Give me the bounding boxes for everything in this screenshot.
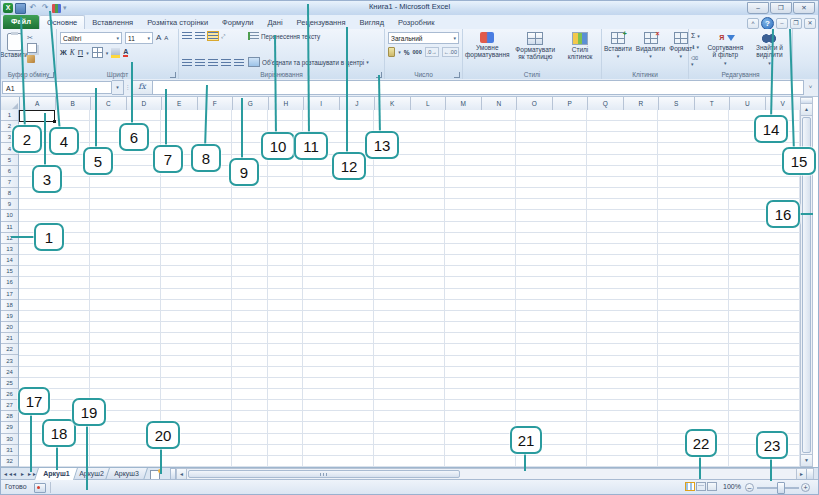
find-select-button[interactable]: Знайти й виділити ▾ — [749, 32, 790, 67]
align-top-icon[interactable] — [182, 32, 192, 40]
zoom-out-button[interactable]: – — [745, 483, 754, 492]
fill-color-icon[interactable] — [111, 48, 120, 58]
alignment-dialog-launcher[interactable] — [376, 72, 382, 78]
row-header-23[interactable]: 23 — [1, 355, 18, 366]
decrease-indent-icon[interactable] — [221, 59, 231, 67]
row-header-17[interactable]: 17 — [1, 289, 18, 300]
tab-розмітка сторінки[interactable]: Розмітка сторінки — [140, 16, 215, 29]
scroll-down-icon[interactable]: ▼ — [801, 454, 812, 466]
shrink-font-button[interactable]: A — [164, 33, 168, 43]
row-header-14[interactable]: 14 — [1, 255, 18, 266]
tab-вставлення[interactable]: Вставлення — [85, 16, 140, 29]
expand-formula-bar-icon[interactable]: ˅ — [804, 81, 817, 94]
cut-icon[interactable]: ✂ — [27, 34, 37, 41]
redo-icon[interactable]: ↷ — [40, 3, 50, 13]
qat-more-icon[interactable]: ▾ — [63, 3, 67, 13]
excel-logo-icon[interactable]: X — [3, 3, 13, 13]
row-header-24[interactable]: 24 — [1, 367, 18, 378]
row-header-21[interactable]: 21 — [1, 333, 18, 344]
column-header-F[interactable]: F — [198, 97, 234, 110]
column-header-K[interactable]: K — [375, 97, 411, 110]
row-header-5[interactable]: 5 — [1, 155, 18, 166]
restore-button[interactable]: ❐ — [770, 2, 792, 14]
row-header-20[interactable]: 20 — [1, 322, 18, 333]
scroll-right-icon[interactable]: ► — [796, 469, 806, 479]
name-box-resize-handle[interactable]: ⋮ — [124, 81, 131, 94]
row-header-22[interactable]: 22 — [1, 344, 18, 355]
merge-center-button[interactable]: Об'єднати та розташувати в центрі ▾ — [248, 57, 381, 67]
font-size-combo[interactable]: 11▾ — [125, 32, 153, 44]
font-dialog-launcher[interactable] — [170, 72, 176, 78]
sheet-tab-аркуш1[interactable]: Аркуш1 — [34, 468, 78, 480]
active-cell-a1[interactable] — [19, 110, 55, 122]
row-header-6[interactable]: 6 — [1, 166, 18, 177]
copy-icon[interactable] — [27, 43, 37, 53]
number-format-combo[interactable]: Загальний▾ — [388, 32, 459, 44]
formula-input[interactable] — [153, 80, 804, 95]
paste-button[interactable]: Вставити — [1, 31, 27, 68]
workbook-restore-icon[interactable]: ❐ — [790, 18, 802, 29]
borders-icon[interactable] — [92, 47, 103, 58]
percent-button[interactable]: % — [404, 49, 410, 56]
tab-file[interactable]: Файл — [3, 15, 39, 29]
tab-дані[interactable]: Дані — [261, 16, 290, 29]
tab-формули[interactable]: Формули — [215, 16, 260, 29]
scroll-left-icon[interactable]: ◄ — [177, 469, 187, 479]
column-header-N[interactable]: N — [482, 97, 518, 110]
row-header-15[interactable]: 15 — [1, 266, 18, 277]
column-header-C[interactable]: C — [91, 97, 127, 110]
column-header-S[interactable]: S — [659, 97, 695, 110]
autosum-button[interactable]: Σ ▾ — [691, 32, 702, 39]
undo-icon[interactable]: ↶ — [28, 3, 38, 13]
horizontal-split-handle[interactable] — [806, 469, 813, 479]
column-header-G[interactable]: G — [233, 97, 269, 110]
workbook-minimize-icon[interactable]: – — [776, 18, 788, 29]
number-dialog-launcher[interactable] — [454, 72, 460, 78]
zoom-slider-handle[interactable] — [777, 482, 785, 494]
column-header-V[interactable]: V — [766, 97, 802, 110]
insert-cells-button[interactable]: Вставити ▾ — [602, 31, 634, 68]
column-header-O[interactable]: O — [517, 97, 553, 110]
row-header-10[interactable]: 10 — [1, 210, 18, 221]
tab-основне[interactable]: Основне — [39, 15, 85, 29]
conditional-formatting-button[interactable]: Умовне форматування — [463, 31, 512, 68]
chart-icon[interactable] — [52, 4, 61, 13]
sort-filter-button[interactable]: Я Сортування й фільтр ▾ — [704, 32, 747, 67]
insert-function-button[interactable]: fx — [131, 80, 153, 95]
italic-button[interactable]: К — [70, 48, 75, 58]
zoom-in-button[interactable]: + — [801, 483, 810, 492]
align-middle-icon[interactable] — [195, 32, 205, 40]
increase-decimal-button[interactable]: .0→ — [425, 47, 439, 57]
font-family-combo[interactable]: Calibri▾ — [60, 32, 122, 44]
column-header-M[interactable]: M — [446, 97, 482, 110]
row-header-16[interactable]: 16 — [1, 277, 18, 288]
column-header-J[interactable]: J — [340, 97, 376, 110]
row-header-30[interactable]: 30 — [1, 434, 18, 445]
row-header-25[interactable]: 25 — [1, 378, 18, 389]
minimize-button[interactable]: – — [747, 2, 769, 14]
cell-styles-button[interactable]: Стилі клітинок — [559, 31, 601, 68]
underline-button[interactable]: П — [78, 48, 83, 58]
worksheet-grid[interactable] — [19, 110, 802, 467]
tab-розробник[interactable]: Розробник — [391, 16, 441, 29]
align-left-icon[interactable] — [182, 59, 192, 67]
accounting-format-icon[interactable] — [388, 47, 395, 57]
column-header-U[interactable]: U — [730, 97, 766, 110]
tab-вигляд[interactable]: Вигляд — [352, 16, 391, 29]
wrap-text-button[interactable]: Перенесення тексту — [248, 32, 381, 40]
bold-button[interactable]: Ж — [60, 48, 67, 58]
row-header-31[interactable]: 31 — [1, 445, 18, 456]
column-header-A[interactable]: A — [20, 97, 56, 110]
row-header-26[interactable]: 26 — [1, 389, 18, 400]
column-header-H[interactable]: H — [269, 97, 305, 110]
column-header-T[interactable]: T — [695, 97, 731, 110]
row-header-18[interactable]: 18 — [1, 300, 18, 311]
comma-style-button[interactable]: 000 — [413, 49, 422, 55]
decrease-decimal-button[interactable]: ←.00 — [442, 47, 459, 57]
orientation-icon[interactable]: ⤢ — [221, 33, 225, 40]
row-header-29[interactable]: 29 — [1, 422, 18, 433]
column-header-L[interactable]: L — [411, 97, 447, 110]
row-header-9[interactable]: 9 — [1, 199, 18, 210]
column-header-B[interactable]: B — [56, 97, 92, 110]
workbook-close-icon[interactable]: ✕ — [804, 18, 816, 29]
